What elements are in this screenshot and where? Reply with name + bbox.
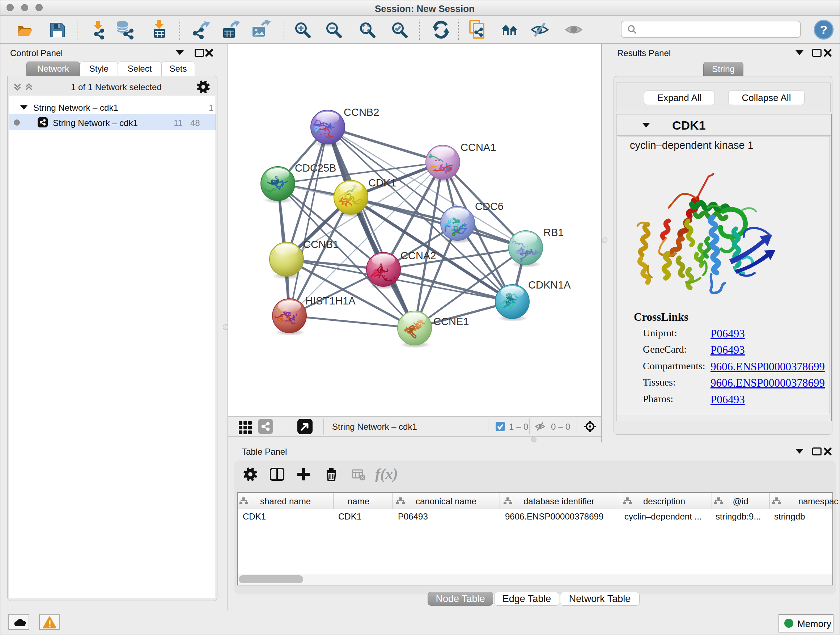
svg-text:?: ? [820, 23, 828, 36]
svg-text:HIST1H1A: HIST1H1A [305, 295, 355, 307]
svg-text:CCNE1: CCNE1 [433, 316, 469, 327]
svg-text:CCNB1: CCNB1 [303, 239, 339, 250]
svg-text:CCNA2: CCNA2 [401, 250, 436, 261]
svg-text:CDC6: CDC6 [475, 201, 504, 212]
svg-text:CCNB2: CCNB2 [344, 106, 379, 118]
svg-text:CCNA1: CCNA1 [461, 141, 496, 153]
svg-text:CDKN1A: CDKN1A [528, 279, 571, 291]
svg-text:CDK1: CDK1 [368, 177, 396, 188]
svg-text:RB1: RB1 [543, 226, 564, 238]
svg-text:CDC25B: CDC25B [295, 162, 336, 174]
